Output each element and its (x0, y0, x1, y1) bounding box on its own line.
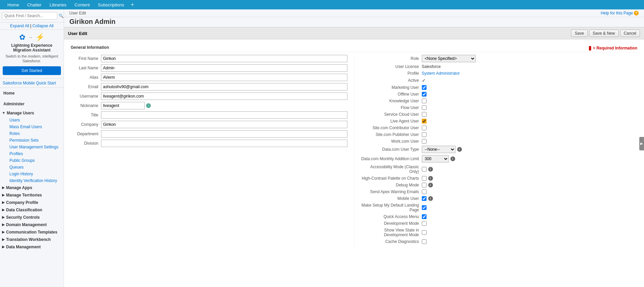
sitecom-contributor-checkbox[interactable] (422, 125, 427, 130)
search-input[interactable] (2, 12, 57, 20)
marketing-user-checkbox[interactable] (422, 85, 427, 90)
sidebar-group-security-controls: ▶ Security Controls (0, 214, 64, 221)
sidebar-group-header-manage-apps[interactable]: ▶ Manage Apps (0, 184, 64, 191)
sitecom-publisher-checkbox[interactable] (422, 132, 427, 137)
knowledge-user-label: Knowledge User (361, 99, 422, 103)
form-row-alias: Alias (71, 74, 347, 81)
mobile-user-info-icon[interactable]: i (428, 196, 433, 201)
knowledge-user-checkbox[interactable] (422, 99, 427, 103)
alias-input[interactable] (101, 74, 347, 81)
expand-arrow-icon: ▼ (2, 111, 5, 115)
firstname-label: First Name (71, 56, 101, 61)
email-input[interactable] (101, 83, 347, 91)
profile-value[interactable]: System Administrator (422, 71, 460, 76)
datacom-monthly-limit-info-icon[interactable]: i (450, 156, 455, 161)
service-cloud-user-checkbox[interactable] (422, 112, 427, 117)
sidebar-item-roles[interactable]: Roles (3, 130, 64, 137)
quick-access-menu-checkbox[interactable] (422, 214, 427, 219)
lastname-input[interactable] (101, 64, 347, 72)
collapse-all-link[interactable]: Collapse All (32, 24, 54, 28)
title-input[interactable] (101, 111, 347, 119)
company-input[interactable] (101, 121, 347, 128)
sidebar-heading-administer[interactable]: Administer (0, 100, 64, 108)
lastname-label: Last Name (71, 66, 101, 70)
sidebar-group-header-manage-territories[interactable]: ▶ Manage Territories (0, 191, 64, 199)
sidebar-group-manage-apps: ▶ Manage Apps (0, 184, 64, 191)
sidebar-item-user-management-settings[interactable]: User Management Settings (3, 144, 64, 150)
sidebar-group-header-manage-users[interactable]: ▼ Manage Users (0, 109, 64, 117)
mobile-user-checkbox[interactable] (422, 196, 427, 201)
sidebar-item-mass-email-users[interactable]: Mass Email Users (3, 123, 64, 130)
expand-arrow-data-class-icon: ▶ (2, 208, 5, 212)
show-view-state-checkbox[interactable] (422, 230, 427, 235)
profile-label: Profile (361, 71, 422, 76)
form-body: General Information ▮ = Required Informa… (64, 39, 644, 249)
sf-mobile-quickstart[interactable]: Salesforce Mobile Quick Start (0, 79, 64, 88)
send-apex-warnings-checkbox[interactable] (422, 189, 427, 194)
role-select[interactable]: <None Specified> (422, 55, 476, 62)
offline-user-checkbox[interactable] (422, 92, 427, 97)
sidebar-group-header-security-controls[interactable]: ▶ Security Controls (0, 214, 64, 221)
page-title: Girikon Admin (64, 17, 644, 27)
debug-mode-info-icon[interactable]: i (428, 183, 433, 187)
workcom-user-checkbox[interactable] (422, 139, 427, 144)
datacom-user-type-info-icon[interactable]: i (457, 147, 462, 152)
sidebar-item-queues[interactable]: Queues (3, 164, 64, 171)
nav-chatter[interactable]: Chatter (23, 0, 46, 9)
nav-home[interactable]: Home (3, 0, 23, 9)
get-started-button[interactable]: Get Started (3, 66, 61, 75)
nickname-input[interactable] (101, 102, 145, 109)
development-mode-label: Development Mode (361, 221, 422, 226)
help-link[interactable]: Help for this Page ? (601, 11, 639, 15)
datacom-user-type-select[interactable]: --None-- (422, 146, 455, 153)
sidebar-item-permission-sets[interactable]: Permission Sets (3, 137, 64, 144)
division-input[interactable] (101, 140, 347, 147)
manage-territories-label: Manage Territories (6, 193, 42, 198)
sidebar-item-public-groups[interactable]: Public Groups (3, 157, 64, 164)
form-row-sitecom-publisher: Site.com Publisher User (361, 132, 638, 137)
sidebar-group-header-company-profile[interactable]: ▶ Company Profile (0, 199, 64, 206)
sidebar-group-header-translation-workbench[interactable]: ▶ Translation Workbench (0, 236, 64, 243)
form-row-quick-access-menu: Quick Access Menu (361, 214, 638, 219)
flow-user-label: Flow User (361, 105, 422, 110)
nickname-info-icon[interactable]: i (146, 103, 151, 108)
sidebar-heading-home[interactable]: Home (0, 89, 64, 97)
live-agent-user-checkbox[interactable] (422, 119, 427, 123)
nav-libraries[interactable]: Libraries (45, 0, 70, 9)
search-icon[interactable]: 🔍 (59, 13, 64, 18)
nav-subscriptions[interactable]: Subscriptions (94, 0, 128, 9)
cancel-button[interactable]: Cancel (620, 30, 640, 37)
active-label: Active (361, 78, 422, 83)
username-input[interactable] (101, 93, 347, 100)
sidebar-group-header-data-classification[interactable]: ▶ Data Classification (0, 206, 64, 214)
cache-diagnostics-checkbox[interactable] (422, 239, 427, 244)
sidebar-item-identity-verification[interactable]: Identity Verification History (3, 177, 64, 184)
nav-add-button[interactable]: + (128, 2, 137, 8)
make-setup-default-checkbox[interactable] (422, 205, 427, 210)
sidebar-item-profiles[interactable]: Profiles (3, 150, 64, 157)
accessibility-mode-checkbox[interactable] (422, 167, 427, 172)
nav-content[interactable]: Content (70, 0, 94, 9)
debug-mode-checkbox[interactable] (422, 183, 427, 187)
accessibility-mode-info-icon[interactable]: i (428, 167, 433, 172)
firstname-input[interactable] (101, 55, 347, 62)
save-new-button[interactable]: Save & New (589, 30, 619, 37)
development-mode-checkbox[interactable] (422, 221, 427, 226)
flow-user-checkbox[interactable] (422, 105, 427, 110)
high-contrast-checkbox[interactable] (422, 176, 427, 181)
sidebar-group-data-classification: ▶ Data Classification (0, 206, 64, 214)
sidebar-item-users[interactable]: Users (3, 117, 64, 123)
sidebar-group-header-domain-management[interactable]: ▶ Domain Management (0, 221, 64, 228)
datacom-monthly-limit-select[interactable]: 300 (422, 155, 449, 163)
department-input[interactable] (101, 130, 347, 138)
high-contrast-info-icon[interactable]: i (428, 176, 433, 181)
sidebar-group-header-communication-templates[interactable]: ▶ Communication Templates (0, 228, 64, 236)
form-row-title: Title (71, 111, 347, 119)
save-button[interactable]: Save (571, 30, 587, 37)
scroll-tab[interactable]: ▶ (639, 137, 644, 150)
sidebar-group-manage-users: ▼ Manage Users Users Mass Email Users Ro… (0, 109, 64, 184)
mobile-user-label: Mobile User (361, 196, 422, 201)
expand-all-link[interactable]: Expand All (10, 24, 29, 28)
sidebar-group-header-data-management[interactable]: ▶ Data Management (0, 243, 64, 251)
sidebar-item-login-history[interactable]: Login History (3, 171, 64, 177)
